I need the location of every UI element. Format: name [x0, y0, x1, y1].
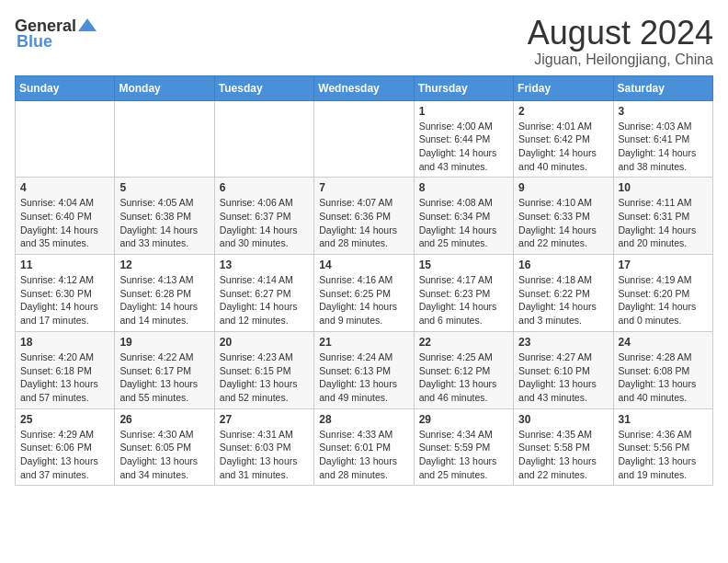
day-info: Sunrise: 4:24 AMSunset: 6:13 PMDaylight:…: [319, 350, 408, 405]
calendar-cell-34: 31Sunrise: 4:36 AMSunset: 5:56 PMDayligh…: [613, 408, 712, 486]
calendar-cell-5: 2Sunrise: 4:01 AMSunset: 6:42 PMDaylight…: [514, 100, 613, 178]
calendar-cell-26: 23Sunrise: 4:27 AMSunset: 6:10 PMDayligh…: [514, 331, 613, 408]
calendar-cell-19: 16Sunrise: 4:18 AMSunset: 6:22 PMDayligh…: [514, 255, 613, 332]
day-info: Sunrise: 4:01 AMSunset: 6:42 PMDaylight:…: [518, 120, 608, 174]
calendar-cell-2: [214, 100, 313, 178]
calendar-cell-32: 29Sunrise: 4:34 AMSunset: 5:59 PMDayligh…: [414, 408, 513, 486]
calendar-cell-4: 1Sunrise: 4:00 AMSunset: 6:44 PMDaylight…: [414, 100, 513, 178]
day-info: Sunrise: 4:23 AMSunset: 6:15 PMDaylight:…: [220, 350, 309, 405]
day-number: 12: [119, 259, 209, 271]
day-number: 15: [419, 259, 508, 271]
day-number: 27: [220, 413, 309, 426]
calendar-week-1: 1Sunrise: 4:00 AMSunset: 6:44 PMDaylight…: [16, 100, 713, 178]
calendar-cell-22: 19Sunrise: 4:22 AMSunset: 6:17 PMDayligh…: [115, 331, 214, 408]
calendar-cell-12: 9Sunrise: 4:10 AMSunset: 6:33 PMDaylight…: [514, 178, 613, 255]
day-number: 13: [220, 259, 309, 271]
day-info: Sunrise: 4:31 AMSunset: 6:03 PMDaylight:…: [220, 428, 309, 482]
logo: General Blue: [15, 15, 98, 50]
day-number: 5: [119, 181, 209, 194]
calendar-cell-24: 21Sunrise: 4:24 AMSunset: 6:13 PMDayligh…: [314, 331, 414, 408]
calendar-cell-23: 20Sunrise: 4:23 AMSunset: 6:15 PMDayligh…: [214, 331, 313, 408]
day-number: 20: [220, 336, 309, 349]
day-info: Sunrise: 4:17 AMSunset: 6:23 PMDaylight:…: [419, 273, 508, 327]
day-number: 9: [518, 181, 608, 194]
calendar-cell-28: 25Sunrise: 4:29 AMSunset: 6:06 PMDayligh…: [16, 408, 115, 486]
calendar-cell-18: 15Sunrise: 4:17 AMSunset: 6:23 PMDayligh…: [414, 255, 513, 332]
day-number: 2: [518, 105, 608, 118]
day-number: 23: [518, 336, 608, 349]
calendar-cell-6: 3Sunrise: 4:03 AMSunset: 6:41 PMDaylight…: [613, 100, 712, 178]
calendar-week-3: 11Sunrise: 4:12 AMSunset: 6:30 PMDayligh…: [16, 255, 713, 332]
day-number: 6: [220, 181, 309, 194]
day-number: 17: [619, 259, 708, 271]
page-subtitle: Jiguan, Heilongjiang, China: [528, 52, 713, 68]
weekday-header-sunday: Sunday: [16, 75, 115, 100]
day-info: Sunrise: 4:20 AMSunset: 6:18 PMDaylight:…: [20, 350, 109, 405]
day-number: 22: [419, 336, 508, 349]
day-info: Sunrise: 4:03 AMSunset: 6:41 PMDaylight:…: [619, 120, 708, 174]
weekday-header-monday: Monday: [115, 75, 214, 100]
day-info: Sunrise: 4:12 AMSunset: 6:30 PMDaylight:…: [20, 273, 109, 327]
calendar-cell-33: 30Sunrise: 4:35 AMSunset: 5:58 PMDayligh…: [514, 408, 613, 486]
day-number: 14: [319, 259, 408, 271]
page-title: August 2024: [528, 15, 713, 52]
day-info: Sunrise: 4:29 AMSunset: 6:06 PMDaylight:…: [20, 428, 109, 482]
day-info: Sunrise: 4:05 AMSunset: 6:38 PMDaylight:…: [119, 196, 209, 250]
calendar-cell-9: 6Sunrise: 4:06 AMSunset: 6:37 PMDaylight…: [214, 178, 313, 255]
day-info: Sunrise: 4:25 AMSunset: 6:12 PMDaylight:…: [419, 350, 508, 405]
header: General Blue August 2024 Jiguan, Heilong…: [15, 15, 713, 68]
weekday-header-thursday: Thursday: [414, 75, 513, 100]
title-area: August 2024 Jiguan, Heilongjiang, China: [528, 15, 713, 68]
day-info: Sunrise: 4:16 AMSunset: 6:25 PMDaylight:…: [319, 273, 408, 327]
day-number: 28: [319, 413, 408, 426]
weekday-header-saturday: Saturday: [613, 75, 712, 100]
calendar-week-2: 4Sunrise: 4:04 AMSunset: 6:40 PMDaylight…: [16, 178, 713, 255]
day-info: Sunrise: 4:36 AMSunset: 5:56 PMDaylight:…: [619, 428, 708, 482]
day-info: Sunrise: 4:08 AMSunset: 6:34 PMDaylight:…: [419, 196, 508, 250]
calendar-cell-30: 27Sunrise: 4:31 AMSunset: 6:03 PMDayligh…: [214, 408, 313, 486]
calendar-cell-20: 17Sunrise: 4:19 AMSunset: 6:20 PMDayligh…: [613, 255, 712, 332]
calendar-cell-11: 8Sunrise: 4:08 AMSunset: 6:34 PMDaylight…: [414, 178, 513, 255]
day-info: Sunrise: 4:04 AMSunset: 6:40 PMDaylight:…: [20, 196, 109, 250]
day-info: Sunrise: 4:13 AMSunset: 6:28 PMDaylight:…: [119, 273, 209, 327]
day-number: 18: [20, 336, 109, 349]
day-info: Sunrise: 4:22 AMSunset: 6:17 PMDaylight:…: [119, 350, 209, 405]
day-info: Sunrise: 4:33 AMSunset: 6:01 PMDaylight:…: [319, 428, 408, 482]
day-info: Sunrise: 4:07 AMSunset: 6:36 PMDaylight:…: [319, 196, 408, 250]
calendar-cell-13: 10Sunrise: 4:11 AMSunset: 6:31 PMDayligh…: [613, 178, 712, 255]
day-info: Sunrise: 4:00 AMSunset: 6:44 PMDaylight:…: [419, 120, 508, 174]
day-info: Sunrise: 4:30 AMSunset: 6:05 PMDaylight:…: [119, 428, 209, 482]
calendar-cell-25: 22Sunrise: 4:25 AMSunset: 6:12 PMDayligh…: [414, 331, 513, 408]
day-number: 3: [619, 105, 708, 118]
day-info: Sunrise: 4:14 AMSunset: 6:27 PMDaylight:…: [220, 273, 309, 327]
day-info: Sunrise: 4:18 AMSunset: 6:22 PMDaylight:…: [518, 273, 608, 327]
calendar-cell-10: 7Sunrise: 4:07 AMSunset: 6:36 PMDaylight…: [314, 178, 414, 255]
day-number: 21: [319, 336, 408, 349]
weekday-header-wednesday: Wednesday: [314, 75, 414, 100]
day-info: Sunrise: 4:11 AMSunset: 6:31 PMDaylight:…: [619, 196, 708, 250]
day-info: Sunrise: 4:27 AMSunset: 6:10 PMDaylight:…: [518, 350, 608, 405]
calendar: SundayMondayTuesdayWednesdayThursdayFrid…: [15, 75, 713, 487]
calendar-cell-15: 12Sunrise: 4:13 AMSunset: 6:28 PMDayligh…: [115, 255, 214, 332]
day-info: Sunrise: 4:10 AMSunset: 6:33 PMDaylight:…: [518, 196, 608, 250]
calendar-week-5: 25Sunrise: 4:29 AMSunset: 6:06 PMDayligh…: [16, 408, 713, 486]
calendar-cell-1: [115, 100, 214, 178]
calendar-cell-16: 13Sunrise: 4:14 AMSunset: 6:27 PMDayligh…: [214, 255, 313, 332]
calendar-cell-27: 24Sunrise: 4:28 AMSunset: 6:08 PMDayligh…: [613, 331, 712, 408]
calendar-cell-3: [314, 100, 414, 178]
day-number: 19: [119, 336, 209, 349]
day-info: Sunrise: 4:19 AMSunset: 6:20 PMDaylight:…: [619, 273, 708, 327]
weekday-header-tuesday: Tuesday: [214, 75, 313, 100]
day-number: 26: [119, 413, 209, 426]
day-info: Sunrise: 4:35 AMSunset: 5:58 PMDaylight:…: [518, 428, 608, 482]
day-number: 8: [419, 181, 508, 194]
calendar-cell-29: 26Sunrise: 4:30 AMSunset: 6:05 PMDayligh…: [115, 408, 214, 486]
day-info: Sunrise: 4:06 AMSunset: 6:37 PMDaylight:…: [220, 196, 309, 250]
calendar-cell-17: 14Sunrise: 4:16 AMSunset: 6:25 PMDayligh…: [314, 255, 414, 332]
day-number: 31: [619, 413, 708, 426]
calendar-cell-8: 5Sunrise: 4:05 AMSunset: 6:38 PMDaylight…: [115, 178, 214, 255]
logo-icon: [76, 15, 98, 37]
calendar-week-4: 18Sunrise: 4:20 AMSunset: 6:18 PMDayligh…: [16, 331, 713, 408]
day-number: 29: [419, 413, 508, 426]
weekday-header-friday: Friday: [514, 75, 613, 100]
